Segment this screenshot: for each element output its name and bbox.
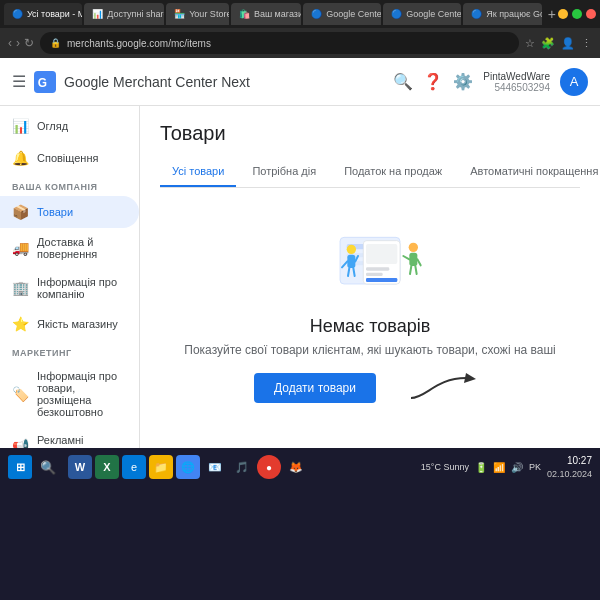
empty-state-description: Показуйте свої товари клієнтам, які шука… xyxy=(184,343,555,357)
address-bar-row: ‹ › ↻ 🔒 merchants.google.com/mc/items ☆ … xyxy=(0,28,600,58)
tab-active[interactable]: 🔵 Усі товари - М... ✕ xyxy=(4,3,82,25)
notifications-label: Сповіщення xyxy=(37,152,98,164)
tab-sales-tax[interactable]: Податок на продаж xyxy=(332,157,454,187)
taskbar-app-1[interactable]: 📧 xyxy=(203,455,227,479)
search-icon[interactable]: 🔍 xyxy=(393,72,413,91)
svg-line-19 xyxy=(403,256,409,259)
tab-6[interactable]: 🔵 Як працює Go... ✕ xyxy=(463,3,542,25)
tab-label-1: Доступні share... xyxy=(107,9,164,19)
back-button[interactable]: ‹ xyxy=(8,36,12,50)
arrow-decoration xyxy=(406,373,486,403)
taskbar-app-4[interactable]: 🦊 xyxy=(284,455,308,479)
forward-button[interactable]: › xyxy=(16,36,20,50)
sidebar-item-shop-quality[interactable]: ⭐ Якість магазину xyxy=(0,308,139,340)
user-avatar[interactable]: A xyxy=(560,68,588,96)
google-shopping-icon: G xyxy=(34,71,56,93)
nav-icons: 🔍 ❓ ⚙️ PintaWedWare 5446503294 A xyxy=(393,68,588,96)
tab-label-2: Your Store xyxy=(189,9,229,19)
extensions-icon[interactable]: 🧩 xyxy=(541,37,555,50)
lock-icon: 🔒 xyxy=(50,38,61,48)
tab-favicon-4: 🔵 xyxy=(311,9,322,19)
app-title: Google Merchant Center Next xyxy=(64,74,250,90)
tab-4[interactable]: 🔵 Google Center... ✕ xyxy=(303,3,381,25)
company-info-icon: 🏢 xyxy=(12,280,29,296)
svg-line-11 xyxy=(353,268,354,276)
empty-state: Немає товарів Показуйте свої товари кліє… xyxy=(160,204,580,423)
user-info: PintaWedWare 5446503294 xyxy=(483,71,550,93)
app-logo: G Google Merchant Center Next xyxy=(34,71,250,93)
sidebar-item-overview[interactable]: 📊 Огляд xyxy=(0,110,139,142)
sidebar-item-company-info[interactable]: 🏢 Інформація про компанію xyxy=(0,268,139,308)
taskbar-app-edge[interactable]: e xyxy=(122,455,146,479)
browser-chrome: 🔵 Усі товари - М... ✕ 📊 Доступні share..… xyxy=(0,0,600,58)
svg-line-10 xyxy=(348,268,349,276)
add-products-button[interactable]: Додати товари xyxy=(254,373,376,403)
overview-label: Огляд xyxy=(37,120,68,132)
shipping-icon: 🚚 xyxy=(12,240,29,256)
tab-favicon: 🔵 xyxy=(12,9,23,19)
close-button[interactable] xyxy=(586,9,596,19)
taskbar-time: 10:27 xyxy=(547,454,592,468)
start-button[interactable]: ⊞ xyxy=(8,455,32,479)
sidebar-item-shipping[interactable]: 🚚 Доставка й повернення xyxy=(0,228,139,268)
address-bar[interactable]: 🔒 merchants.google.com/mc/items xyxy=(40,32,519,54)
more-options-icon[interactable]: ⋮ xyxy=(581,37,592,50)
nav-buttons: ‹ › ↻ xyxy=(8,36,34,50)
empty-illustration xyxy=(300,224,440,304)
free-listings-icon: 🏷️ xyxy=(12,386,29,402)
svg-rect-13 xyxy=(366,244,397,264)
tab-3[interactable]: 🛍️ Ваш магазин ✕ xyxy=(231,3,301,25)
shop-quality-label: Якість магазину xyxy=(37,318,118,330)
tab-label: Усі товари - М... xyxy=(27,9,82,19)
hamburger-icon[interactable]: ☰ xyxy=(12,72,26,91)
maximize-button[interactable] xyxy=(572,9,582,19)
company-info-label: Інформація про компанію xyxy=(37,276,127,300)
tab-favicon-6: 🔵 xyxy=(471,9,482,19)
taskbar-apps: W X e 📁 🌐 📧 🎵 ● 🦊 xyxy=(68,455,308,479)
taskbar-app-folder[interactable]: 📁 xyxy=(149,455,173,479)
tabs-bar: Усі товари Потрібна дія Податок на прода… xyxy=(160,157,580,188)
products-label: Товари xyxy=(37,206,73,218)
tab-2[interactable]: 🏪 Your Store ✕ xyxy=(166,3,229,25)
tab-5[interactable]: 🔵 Google Center... ✕ xyxy=(383,3,461,25)
minimize-button[interactable] xyxy=(558,9,568,19)
time-block: 10:27 02.10.2024 xyxy=(547,454,592,481)
bookmark-icon[interactable]: ☆ xyxy=(525,37,535,50)
overview-icon: 📊 xyxy=(12,118,29,134)
tab-favicon-5: 🔵 xyxy=(391,9,402,19)
new-tab-button[interactable]: + xyxy=(548,6,556,22)
browser-actions: ☆ 🧩 👤 ⋮ xyxy=(525,37,592,50)
svg-rect-7 xyxy=(347,255,355,268)
app-window: ☰ G Google Merchant Center Next 🔍 ❓ ⚙️ P… xyxy=(0,58,600,448)
tab-favicon-3: 🛍️ xyxy=(239,9,250,19)
tab-auto-improvements[interactable]: Автоматичні покращення xyxy=(458,157,600,187)
shipping-label: Доставка й повернення xyxy=(37,236,127,260)
battery-icon: 🔋 xyxy=(475,462,487,473)
help-icon[interactable]: ❓ xyxy=(423,72,443,91)
taskbar-app-2[interactable]: 🎵 xyxy=(230,455,254,479)
taskbar-app-word[interactable]: W xyxy=(68,455,92,479)
refresh-button[interactable]: ↻ xyxy=(24,36,34,50)
campaigns-icon: 📢 xyxy=(12,438,29,448)
svg-rect-18 xyxy=(409,253,417,266)
tab-1[interactable]: 📊 Доступні share... ✕ xyxy=(84,3,164,25)
svg-point-6 xyxy=(347,245,356,254)
user-profile-icon[interactable]: 👤 xyxy=(561,37,575,50)
taskbar-app-excel[interactable]: X xyxy=(95,455,119,479)
products-icon: 📦 xyxy=(12,204,29,220)
tab-label-6: Як працює Go... xyxy=(486,9,542,19)
settings-icon[interactable]: ⚙️ xyxy=(453,72,473,91)
tab-label-4: Google Center... xyxy=(326,9,381,19)
user-name: PintaWedWare xyxy=(483,71,550,82)
sidebar-item-notifications[interactable]: 🔔 Сповіщення xyxy=(0,142,139,174)
taskbar-app-chrome[interactable]: 🌐 xyxy=(176,455,200,479)
sidebar-item-campaigns[interactable]: 📢 Рекламні кампанії xyxy=(0,426,139,448)
taskbar-app-3[interactable]: ● xyxy=(257,455,281,479)
search-taskbar-button[interactable]: 🔍 xyxy=(36,455,60,479)
sidebar-item-free-listings[interactable]: 🏷️ Інформація про товари, розміщена безк… xyxy=(0,362,139,426)
sidebar-item-products[interactable]: 📦 Товари xyxy=(0,196,139,228)
tab-all-products[interactable]: Усі товари xyxy=(160,157,236,187)
page-title: Товари xyxy=(160,122,580,145)
tab-needs-action[interactable]: Потрібна дія xyxy=(240,157,328,187)
empty-state-title: Немає товарів xyxy=(310,316,431,337)
